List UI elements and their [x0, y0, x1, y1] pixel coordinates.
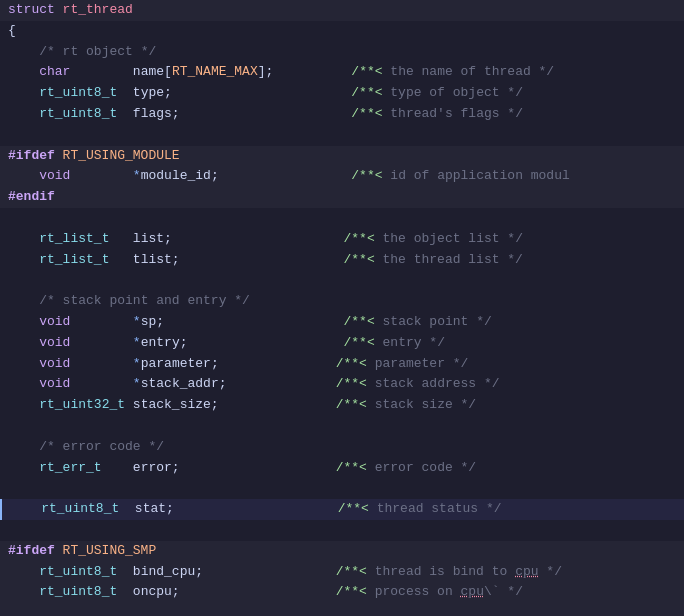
spacing [70, 374, 132, 395]
spacing [70, 333, 132, 354]
line-2: { [0, 21, 684, 42]
line-blank-3 [0, 270, 684, 291]
line-stack-addr: void *stack_addr; /**< stack address */ [0, 374, 684, 395]
comment-text-param: parameter */ [375, 354, 469, 375]
spacing2 [172, 83, 351, 104]
comment-text-5: type of object */ [390, 83, 523, 104]
comment-kw-saddr: /**< [336, 374, 375, 395]
comment-text-list: the object list */ [383, 229, 523, 250]
spacing2 [174, 499, 338, 520]
indent [8, 312, 39, 333]
type-rt-uint32-t: rt_uint32_t [39, 395, 125, 416]
spacing [117, 104, 133, 125]
comment-text-6: thread's flags */ [390, 104, 523, 125]
spacing [70, 312, 132, 333]
field-stack-addr: stack_addr; [141, 374, 227, 395]
field-parameter: parameter; [141, 354, 219, 375]
line-blank-1 [0, 125, 684, 146]
open-brace: { [8, 21, 16, 42]
field-flags: flags; [133, 104, 180, 125]
indent [8, 291, 39, 312]
indent [10, 499, 41, 520]
comment-stack-entry: /* stack point and entry */ [39, 291, 250, 312]
line-parameter: void *parameter; /**< parameter */ [0, 354, 684, 375]
type-rt-uint8-t-stat: rt_uint8_t [41, 499, 119, 520]
comment-text-error: error code */ [375, 458, 476, 479]
line-blank-4 [0, 416, 684, 437]
keyword-ifdef: #ifdef [8, 146, 63, 167]
line-entry: void *entry; /**< entry */ [0, 333, 684, 354]
line-4: char name[RT_NAME_MAX]; /**< the name of… [0, 62, 684, 83]
spacing2 [180, 582, 336, 603]
line-3: /* rt object */ [0, 42, 684, 63]
ptr-saddr: * [133, 374, 141, 395]
spacing [117, 562, 133, 583]
field-name: name[ [133, 62, 172, 83]
line-stat: rt_uint8_t stat; /**< thread status */ [0, 499, 684, 520]
comment-kw-4: /**< [351, 62, 390, 83]
field-sp: sp; [141, 312, 164, 333]
indent [8, 83, 39, 104]
type-rt-uint8-t-oncpu: rt_uint8_t [39, 582, 117, 603]
keyword-void-param: void [39, 354, 70, 375]
ptr-sp: * [133, 312, 141, 333]
field-stack-size: stack_size; [133, 395, 219, 416]
macro-rt-name-max: RT_NAME_MAX [172, 62, 258, 83]
keyword-void-entry: void [39, 333, 70, 354]
spacing2 [219, 395, 336, 416]
field-oncpu: oncpu; [133, 582, 180, 603]
field-stat: stat; [135, 499, 174, 520]
line-ifdef-smp: #ifdef RT_USING_SMP [0, 541, 684, 562]
spacing2 [180, 458, 336, 479]
spacing [70, 354, 132, 375]
line-bind-cpu: rt_uint8_t bind_cpu; /**< thread is bind… [0, 562, 684, 583]
keyword-endif-module: #endif [8, 187, 55, 208]
spacing [117, 83, 133, 104]
type-rt-uint8-t-bcpu: rt_uint8_t [39, 562, 117, 583]
spacing [125, 395, 133, 416]
comment-text-ssize: stack size */ [375, 395, 476, 416]
line-sp: void *sp; /**< stack point */ [0, 312, 684, 333]
spacing2 [203, 562, 336, 583]
comment-text-entry: entry */ [383, 333, 445, 354]
field-type: type; [133, 83, 172, 104]
struct-name: rt_thread [63, 0, 133, 21]
spacing [109, 250, 132, 271]
comment-kw-5: /**< [351, 83, 390, 104]
comment-kw-stat: /**< [338, 499, 377, 520]
comment-kw-sp: /**< [344, 312, 383, 333]
type-rt-err-t: rt_err_t [39, 458, 101, 479]
field-error: error; [133, 458, 180, 479]
bracket-close: ]; [258, 62, 274, 83]
comment-text-stat: thread status */ [377, 499, 502, 520]
comment-kw-error: /**< [336, 458, 375, 479]
field-module-id: module_id; [141, 166, 219, 187]
type-rt-uint8-t-5: rt_uint8_t [39, 83, 117, 104]
ptr-param: * [133, 354, 141, 375]
line-stack-size: rt_uint32_t stack_size; /**< stack size … [0, 395, 684, 416]
line-1: struct rt_thread [0, 0, 684, 21]
spacing2 [219, 166, 352, 187]
comment-rt-object: /* rt object */ [39, 42, 156, 63]
indent [8, 374, 39, 395]
comment-kw-ssize: /**< [336, 395, 375, 416]
spacing2 [219, 354, 336, 375]
indent [8, 437, 39, 458]
comment-text-tlist: the thread list */ [383, 250, 523, 271]
code-editor: struct rt_thread { /* rt object */ char … [0, 0, 684, 616]
field-entry: entry; [141, 333, 188, 354]
comment-text-saddr: stack address */ [375, 374, 500, 395]
comment-kw-module: /**< [351, 166, 390, 187]
ptr-entry: * [133, 333, 141, 354]
comment-text-oncpu2: \` */ [484, 582, 523, 603]
line-blank-5 [0, 478, 684, 499]
keyword-struct: struct [8, 0, 63, 21]
macro-rt-using-module: RT_USING_MODULE [63, 146, 180, 167]
comment-error-code: /* error code */ [39, 437, 164, 458]
comment-text-bcpu: thread is bind to [375, 562, 515, 583]
line-module-id: void *module_id; /**< id of application … [0, 166, 684, 187]
spacing2 [187, 333, 343, 354]
field-bind-cpu: bind_cpu; [133, 562, 203, 583]
comment-kw-bcpu: /**< [336, 562, 375, 583]
comment-text-bcpu2: */ [539, 562, 562, 583]
